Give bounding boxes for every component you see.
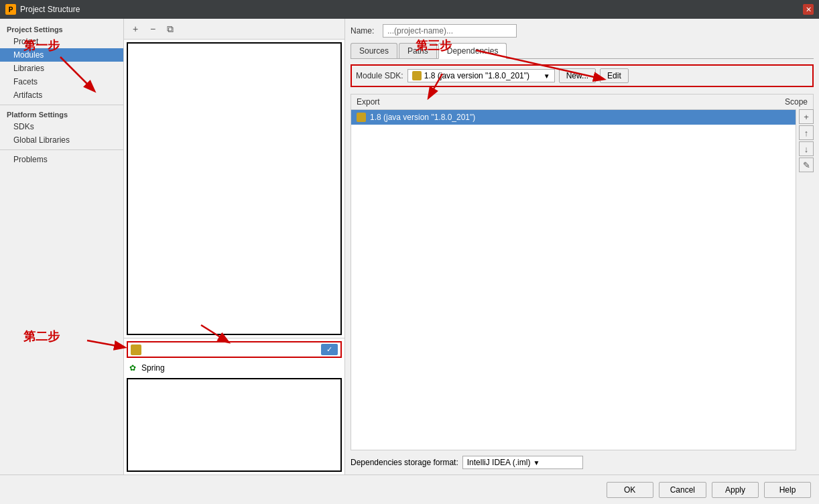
main-window: P Project Structure ✕ Project Settings P…	[0, 0, 819, 504]
sidebar-item-sdks[interactable]: SDKs	[0, 120, 123, 133]
name-label: Name:	[351, 26, 377, 36]
tab-sources[interactable]: Sources	[351, 43, 397, 58]
sidebar-item-global-libraries[interactable]: Global Libraries	[0, 133, 123, 147]
copy-module-button[interactable]: ⧉	[163, 21, 178, 36]
tab-sources-label: Sources	[359, 46, 389, 56]
sidebar-divider-2	[0, 149, 123, 150]
module-name-input[interactable]	[144, 345, 321, 355]
storage-value: IntelliJ IDEA (.iml)	[467, 458, 531, 467]
sidebar-divider	[0, 105, 123, 105]
project-settings-label: Project Settings	[0, 23, 123, 35]
left-panel-toolbar: + − ⧉	[124, 19, 344, 40]
add-module-button[interactable]: +	[128, 21, 143, 36]
module-confirm-button[interactable]: ✓	[321, 344, 338, 355]
storage-arrow-icon: ▼	[533, 459, 540, 466]
sidebar-item-sdks-label: SDKs	[13, 122, 34, 131]
spring-icon: ✿	[129, 363, 139, 373]
right-panel: Name: ...(project-name)... Sources Paths…	[345, 19, 819, 475]
tab-dependencies[interactable]: Dependencies	[438, 43, 507, 59]
sdk-dropdown[interactable]: 1.8 (java version "1.8.0_201") ▼	[407, 69, 555, 82]
window-title: Project Structure	[20, 5, 803, 14]
deps-folder-icon	[357, 113, 366, 122]
module-icon	[131, 344, 141, 355]
left-panel-bottom: ✓ ✿ Spring	[124, 338, 344, 475]
scope-col-header: Scope	[733, 94, 813, 109]
title-bar: P Project Structure ✕	[0, 0, 819, 19]
sidebar-item-problems-label: Problems	[13, 155, 48, 164]
sidebar-item-facets-label: Facets	[13, 77, 38, 86]
sdk-edit-button[interactable]: Edit	[600, 68, 629, 83]
sdk-value: 1.8 (java version "1.8.0_201")	[424, 71, 529, 80]
sidebar-item-project-label: Project	[13, 37, 38, 46]
storage-label: Dependencies storage format:	[351, 458, 458, 467]
deps-add-button[interactable]: +	[799, 109, 814, 124]
apply-button[interactable]: Apply	[712, 482, 759, 498]
main-content-area: Project Settings Project Modules Librari…	[0, 19, 819, 475]
spring-label: Spring	[141, 363, 165, 373]
module-description-area	[127, 378, 342, 472]
sidebar-item-artifacts[interactable]: Artifacts	[0, 88, 123, 102]
tab-dependencies-label: Dependencies	[447, 46, 499, 56]
remove-module-button[interactable]: −	[145, 21, 160, 36]
deps-move-up-button[interactable]: ↑	[799, 125, 814, 140]
sidebar-item-facets[interactable]: Facets	[0, 75, 123, 88]
sidebar-item-modules-label: Modules	[13, 50, 44, 60]
export-col-header: Export	[351, 94, 733, 109]
sidebar-item-problems[interactable]: Problems	[0, 153, 123, 166]
sdk-new-button[interactable]: New...	[559, 68, 596, 83]
deps-side-buttons: + ↑ ↓ ✎	[799, 109, 814, 450]
bottom-bar: OK Cancel Apply Help	[0, 475, 819, 504]
sdk-folder-icon	[412, 71, 422, 80]
deps-item[interactable]: 1.8 (java version "1.8.0_201")	[351, 110, 796, 125]
storage-dropdown[interactable]: IntelliJ IDEA (.iml) ▼	[462, 456, 583, 469]
sidebar: Project Settings Project Modules Librari…	[0, 19, 124, 475]
sidebar-item-project[interactable]: Project	[0, 35, 123, 48]
sdk-row: Module SDK: 1.8 (java version "1.8.0_201…	[351, 64, 814, 87]
platform-settings-label: Platform Settings	[0, 108, 123, 120]
sidebar-item-libraries[interactable]: Libraries	[0, 62, 123, 75]
ok-button[interactable]: OK	[607, 482, 653, 498]
tab-paths[interactable]: Paths	[399, 43, 437, 58]
deps-header: Export Scope	[351, 94, 814, 109]
sdk-dropdown-arrow-icon: ▼	[544, 72, 550, 80]
deps-item-label: 1.8 (java version "1.8.0_201")	[370, 113, 790, 122]
sdk-label: Module SDK:	[356, 71, 403, 80]
name-value: ...(project-name)...	[383, 24, 517, 38]
deps-move-down-button[interactable]: ↓	[799, 141, 814, 156]
spring-item[interactable]: ✿ Spring	[124, 361, 344, 375]
sidebar-item-modules[interactable]: Modules	[0, 48, 123, 62]
deps-list[interactable]: 1.8 (java version "1.8.0_201")	[351, 109, 796, 450]
left-panel: + − ⧉ ✓ ✿ Spring	[124, 19, 345, 475]
deps-table-area: Export Scope 1.8 (java version "1.8.0_20…	[351, 94, 814, 450]
sidebar-item-global-libraries-label: Global Libraries	[13, 135, 70, 145]
module-list[interactable]	[127, 42, 342, 335]
tabs-row: Sources Paths Dependencies	[351, 43, 814, 59]
name-row: Name: ...(project-name)...	[351, 24, 814, 38]
tab-paths-label: Paths	[407, 46, 428, 56]
deps-edit-button[interactable]: ✎	[799, 158, 814, 172]
sidebar-item-libraries-label: Libraries	[13, 64, 44, 73]
module-input-row: ✓	[127, 341, 342, 358]
cancel-button[interactable]: Cancel	[659, 482, 706, 498]
storage-row: Dependencies storage format: IntelliJ ID…	[351, 456, 814, 469]
app-icon: P	[5, 4, 16, 15]
close-button[interactable]: ✕	[803, 4, 814, 15]
help-button[interactable]: Help	[764, 482, 811, 498]
sidebar-item-artifacts-label: Artifacts	[13, 90, 42, 100]
